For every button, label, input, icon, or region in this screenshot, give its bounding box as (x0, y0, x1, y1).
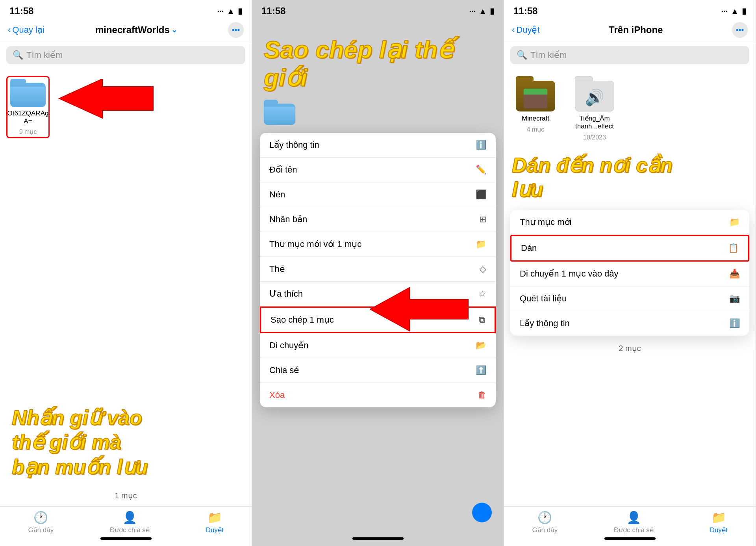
file-name-1: Ot61ZQARAgA= (7, 110, 49, 126)
status-bar-1: 11:58 ··· ▲ ▮ (0, 0, 252, 20)
menu-item-compress[interactable]: Nén ⬛ (260, 182, 496, 207)
menu-icon-info: ℹ️ (476, 140, 486, 150)
p3-menu-newfolder[interactable]: Thư mục mới 📁 (510, 210, 749, 235)
recent-icon-1: 🕐 (33, 511, 48, 524)
sound-folder-date: 10/2023 (583, 134, 606, 141)
p3-label-info: Lấy thông tin (520, 318, 570, 329)
folder-front-2 (264, 107, 295, 125)
menu-item-tag[interactable]: Thẻ ◇ (260, 257, 496, 282)
back-chevron-1: ‹ (8, 25, 11, 35)
p3-menu-info[interactable]: Lấy thông tin ℹ️ (510, 311, 749, 336)
minecraft-folder-icon (516, 76, 555, 111)
menu-label-share: Chia sẻ (269, 365, 299, 375)
menu-icon-rename: ✏️ (476, 165, 486, 175)
bottom-bar-3 (604, 537, 656, 540)
footer-tabs-1: 1 mục 🕐 Gần đây 👤 Được chia sẻ 📁 Duyệt (0, 506, 252, 546)
tab-browse-3[interactable]: 📁 Duyệt (710, 511, 728, 534)
menu-icon-delete: 🗑 (478, 390, 486, 400)
menu-icon-duplicate: ⊞ (479, 214, 486, 225)
bottom-bar-2 (352, 537, 404, 540)
instruction-text-1: Nhấn giữ vàothế giới màbạn muốn lưu (0, 397, 252, 487)
menu-item-duplicate[interactable]: Nhân bản ⊞ (260, 207, 496, 232)
shared-icon-1: 👤 (122, 511, 137, 524)
menu-label-delete: Xóa (269, 390, 285, 400)
context-menu-3: Thư mục mới 📁 Dán 📋 Di chuyển 1 mục vào … (510, 210, 749, 336)
sound-folder-name: Tiếng_Âmthanh...effect (575, 115, 614, 131)
search-bar-1[interactable]: 🔍 Tìm kiếm (6, 46, 245, 64)
status-icons-3: ··· ▲ ▮ (721, 6, 746, 16)
status-icons-2: ··· ▲ ▮ (469, 6, 494, 16)
tab-recent-3[interactable]: 🕐 Gần đây (532, 511, 558, 534)
menu-item-copy[interactable]: Sao chép 1 mục ⧉ (260, 306, 496, 333)
p3-menu-paste[interactable]: Dán 📋 (510, 235, 749, 262)
tab-label-shared-1: Được chia sẻ (110, 526, 150, 534)
sound-folder-icon: 🔊 (575, 76, 614, 111)
menu-item-rename[interactable]: Đổi tên ✏️ (260, 158, 496, 182)
status-time-2: 11:58 (261, 6, 285, 17)
signal-icon-2: ··· (469, 7, 476, 16)
status-icons-1: ··· ▲ ▮ (217, 6, 242, 16)
browse-icon-1: 📁 (208, 511, 222, 524)
folder-grid-3: Minecraft 4 mục 🔊 Tiếng_Âmthanh...effect… (504, 68, 756, 149)
tab-label-shared-3: Được chia sẻ (614, 526, 654, 534)
sound-folder-item[interactable]: 🔊 Tiếng_Âmthanh...effect 10/2023 (571, 76, 618, 141)
menu-label-newfolder: Thư mục mới với 1 mục (269, 239, 361, 249)
back-button-1[interactable]: ‹ Quay lại (8, 25, 44, 35)
menu-item-delete[interactable]: Xóa 🗑 (260, 383, 496, 407)
blue-dot-2 (472, 503, 492, 522)
tab-label-browse-1: Duyệt (206, 526, 224, 534)
p3-menu-move[interactable]: Di chuyển 1 mục vào đây 📥 (510, 262, 749, 286)
p3-menu-scan[interactable]: Quét tài liệu 📷 (510, 286, 749, 311)
search-placeholder-1: Tìm kiếm (26, 50, 63, 60)
panel-2: 11:58 ··· ▲ ▮ Sao chép lại thếgiới Lấy t… (252, 0, 504, 546)
tab-recent-1[interactable]: 🕐 Gần đây (28, 511, 54, 534)
browse-icon-3: 📁 (712, 511, 726, 524)
search-icon-3: 🔍 (517, 50, 527, 60)
menu-label-rename: Đổi tên (269, 165, 297, 175)
footer-count-1: 1 mục (0, 491, 252, 500)
status-time-1: 11:58 (9, 6, 33, 17)
battery-icon-3: ▮ (742, 6, 746, 16)
file-count-1: 9 mục (19, 128, 37, 136)
menu-label-compress: Nén (269, 189, 285, 200)
tab-label-browse-3: Duyệt (710, 526, 728, 534)
panel-3: 11:58 ··· ▲ ▮ ‹ Duyệt Trên iPhone ••• 🔍 … (504, 0, 756, 546)
tab-shared-1[interactable]: 👤 Được chia sẻ (110, 511, 150, 534)
menu-item-info[interactable]: Lấy thông tin ℹ️ (260, 133, 496, 158)
shared-icon-3: 👤 (626, 511, 641, 524)
menu-icon-compress: ⬛ (476, 189, 486, 200)
footer-count-3: 2 mục (504, 344, 756, 353)
menu-item-fav[interactable]: Ưa thích ☆ (260, 282, 496, 306)
more-button-1[interactable]: ••• (228, 22, 244, 38)
file-grid-1: Ot61ZQARAgA= 9 mục (0, 68, 252, 146)
menu-label-move: Di chuyển (269, 340, 309, 351)
p3-label-scan: Quét tài liệu (520, 293, 567, 304)
menu-label-fav: Ưa thích (269, 289, 303, 299)
tab-label-recent-3: Gần đây (532, 526, 558, 534)
minecraft-folder-count: 4 mục (527, 126, 545, 133)
battery-icon-2: ▮ (490, 6, 494, 16)
folder-preview-2 (264, 100, 492, 125)
p3-icon-info: ℹ️ (729, 318, 740, 329)
status-bar-2: 11:58 ··· ▲ ▮ (252, 0, 504, 20)
back-button-3[interactable]: ‹ Duyệt (512, 25, 540, 35)
more-button-3[interactable]: ••• (732, 22, 748, 38)
wifi-icon-2: ▲ (479, 7, 487, 16)
minecraft-folder-item[interactable]: Minecraft 4 mục (512, 76, 559, 133)
file-item-1[interactable]: Ot61ZQARAgA= 9 mục (6, 76, 50, 138)
menu-label-copy: Sao chép 1 mục (271, 315, 334, 325)
menu-item-share[interactable]: Chia sẻ ⬆️ (260, 358, 496, 383)
tab-shared-3[interactable]: 👤 Được chia sẻ (614, 511, 654, 534)
signal-icon: ··· (217, 7, 224, 16)
menu-item-newfolder[interactable]: Thư mục mới với 1 mục 📁 (260, 232, 496, 257)
battery-icon: ▮ (238, 6, 242, 16)
tab-browse-1[interactable]: 📁 Duyệt (206, 511, 224, 534)
folder-front-1 (10, 87, 46, 107)
tab-label-recent-1: Gần đây (28, 526, 54, 534)
menu-item-move[interactable]: Di chuyển 📂 (260, 333, 496, 358)
search-bar-3[interactable]: 🔍 Tìm kiếm (510, 46, 749, 64)
footer-tabs-3: 🕐 Gần đây 👤 Được chia sẻ 📁 Duyệt (504, 506, 756, 546)
nav-title-3: Trên iPhone (609, 24, 663, 35)
p3-icon-scan: 📷 (729, 293, 740, 304)
menu-icon-newfolder: 📁 (476, 239, 486, 249)
